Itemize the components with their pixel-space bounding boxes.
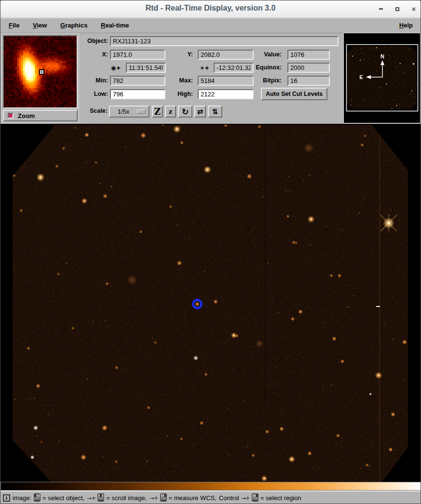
- menu-file[interactable]: File: [9, 22, 19, 29]
- x-label: X:: [81, 50, 108, 60]
- zoom-out-button[interactable]: z: [165, 106, 176, 118]
- rtd-window: Rtd - Real-Time Display, version 3.0 × F…: [0, 0, 421, 504]
- status-segment: = select object,: [34, 493, 84, 503]
- minimize-icon[interactable]: [379, 8, 383, 10]
- colorbar[interactable]: [0, 482, 421, 491]
- menu-real-time[interactable]: Real-time: [101, 22, 129, 29]
- status-segment: →+ = scroll image,: [87, 493, 147, 503]
- flip-y-button[interactable]: ⇅: [208, 106, 222, 118]
- rotate-button[interactable]: ↻: [178, 106, 192, 118]
- status-segment: Control →+ = select region: [219, 493, 301, 503]
- y-label: Y:: [170, 50, 193, 60]
- dropdown-indicator-icon: [137, 109, 146, 114]
- dec-field[interactable]: [214, 63, 254, 73]
- value-label: Value:: [255, 50, 282, 60]
- bitpix-field[interactable]: [287, 76, 330, 86]
- maximize-icon[interactable]: [395, 7, 399, 11]
- zoom-panel: Zoom: [1, 33, 79, 123]
- y-field[interactable]: [198, 50, 254, 60]
- zoom-checkbox-label: Zoom: [18, 112, 35, 119]
- ra-field[interactable]: [126, 63, 166, 73]
- status-segment: →+ = measure WCS,: [149, 493, 216, 503]
- status-bar: i image: = select object, →+ = scroll im…: [0, 491, 421, 504]
- flip-x-button[interactable]: ⇄: [194, 106, 206, 118]
- zoom-checkbox-indicator[interactable]: [8, 113, 14, 119]
- object-label: Object:: [81, 36, 108, 46]
- mouse-right-button-icon: [252, 493, 258, 503]
- max-field[interactable]: [198, 76, 254, 86]
- mouse-right-button-icon: [160, 493, 167, 503]
- pan-window-canvas[interactable]: [344, 33, 420, 123]
- zoom-image-box: [3, 35, 78, 108]
- max-label: Max:: [170, 76, 193, 86]
- mouse-left-button-icon: [34, 493, 41, 503]
- object-field[interactable]: [110, 36, 339, 46]
- high-field[interactable]: [198, 89, 254, 99]
- scale-dropdown[interactable]: 1/5x: [109, 106, 149, 118]
- min-label: Min:: [81, 76, 108, 86]
- low-label: Low:: [81, 89, 108, 99]
- value-field[interactable]: [287, 50, 330, 60]
- menu-bar: File View Graphics Real-time Help: [0, 18, 421, 33]
- info-panel: Object: X: Y: Value: ◉+ ∗+ Equinox: Min:…: [81, 33, 342, 124]
- equinox-label: Equinox:: [255, 63, 282, 73]
- menu-help[interactable]: Help: [399, 22, 413, 29]
- main-image-area[interactable]: [0, 124, 421, 482]
- close-icon[interactable]: ×: [412, 7, 416, 12]
- low-field[interactable]: [110, 89, 165, 99]
- title-bar[interactable]: Rtd - Real-Time Display, version 3.0 ×: [0, 0, 421, 18]
- status-prefix: image:: [13, 494, 31, 502]
- mouse-middle-button-icon: [97, 493, 104, 503]
- info-icon: i: [3, 494, 10, 502]
- auto-set-cut-levels-button[interactable]: Auto Set Cut Levels: [261, 88, 327, 100]
- x-field[interactable]: [110, 50, 165, 60]
- pan-panel[interactable]: [343, 33, 421, 123]
- window-title: Rtd - Real-Time Display, version 3.0: [0, 4, 421, 13]
- menu-view[interactable]: View: [33, 22, 47, 29]
- zoom-image-canvas: [4, 36, 77, 107]
- high-label: High:: [170, 89, 193, 99]
- equinox-field[interactable]: [287, 63, 330, 73]
- scale-value: 1/5x: [110, 108, 137, 115]
- zoom-in-button[interactable]: Z: [152, 106, 163, 118]
- min-field[interactable]: [110, 76, 165, 86]
- zoom-checkbox-row[interactable]: Zoom: [3, 110, 78, 121]
- dec-icon: ∗+: [200, 63, 209, 73]
- menu-graphics[interactable]: Graphics: [60, 22, 87, 29]
- ra-icon: ◉+: [111, 63, 121, 73]
- scale-label: Scale:: [81, 106, 108, 116]
- bitpix-label: Bitpix:: [255, 76, 282, 86]
- main-image-canvas[interactable]: [0, 124, 421, 482]
